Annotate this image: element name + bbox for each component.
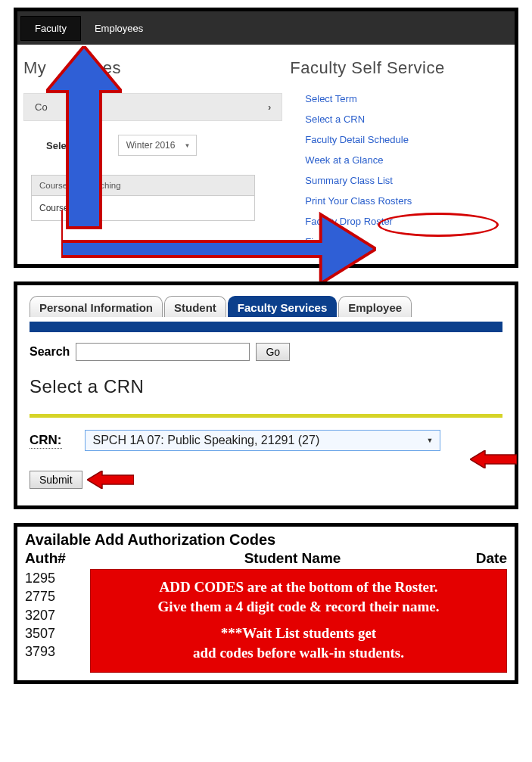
faculty-self-service-panel: Faculty Self Service Select Term Select … [282, 58, 499, 257]
go-button[interactable]: Go [256, 343, 290, 361]
page-title: Select a CRN [30, 376, 502, 397]
nav-tab-employees[interactable]: Employees [81, 15, 157, 42]
nav-tab-faculty[interactable]: Faculty [20, 16, 81, 41]
auth-codes-header-row: Auth# Student Name Date [25, 550, 507, 567]
instruction-callout: ADD CODES are at the bottom of the Roste… [90, 569, 507, 673]
link-print-class-rosters[interactable]: Print Your Class Rosters [305, 195, 499, 207]
banner-tabs: Personal Information Student Faculty Ser… [30, 296, 502, 317]
course-list-expander[interactable]: Co urse List › [23, 93, 282, 121]
top-nav: Faculty Employees [17, 11, 515, 45]
tab-employee[interactable]: Employee [338, 296, 412, 317]
link-final-grades[interactable]: Final Grades [305, 236, 499, 247]
link-select-crn[interactable]: Select a CRN [305, 114, 499, 125]
tab-personal-information[interactable]: Personal Information [30, 296, 163, 317]
col-student-name: Student Name [138, 550, 446, 567]
crn-dropdown[interactable]: SPCH 1A 07: Public Speaking, 21291 (27) [85, 430, 440, 451]
auth-code: 3793 [25, 642, 86, 661]
panel-auth-codes: Available Add Authorization Codes Auth# … [14, 523, 518, 684]
search-label: Search [30, 345, 70, 359]
col-auth: Auth# [25, 550, 138, 567]
annotation-arrow-left-icon [470, 450, 517, 468]
link-select-term[interactable]: Select Term [305, 93, 499, 104]
courses-teaching-header: Courses I'm teaching [31, 175, 255, 196]
link-week-at-a-glance[interactable]: Week at a Glance [305, 154, 499, 166]
panel-select-crn: Personal Information Student Faculty Ser… [14, 281, 518, 509]
my-courses-panel: My Co urses Co urse List › Select Term W… [17, 58, 282, 257]
auth-codes-title: Available Add Authorization Codes [25, 531, 507, 549]
tab-underline [30, 322, 502, 332]
auth-code: 1295 [25, 569, 86, 587]
faculty-self-service-heading: Faculty Self Service [290, 58, 499, 78]
tab-faculty-services[interactable]: Faculty Services [228, 296, 337, 317]
auth-code: 3507 [25, 624, 86, 642]
link-faculty-detail-schedule[interactable]: Faculty Detail Schedule [305, 134, 499, 145]
term-dropdown[interactable]: Winter 2016 [118, 135, 198, 156]
tab-student[interactable]: Student [164, 296, 226, 317]
auth-code: 2775 [25, 587, 86, 605]
search-input[interactable] [76, 343, 250, 361]
link-summary-class-list[interactable]: Summary Class List [305, 175, 499, 186]
my-courses-heading: My Co urses [23, 58, 282, 78]
auth-code: 3207 [25, 606, 86, 624]
svg-marker-2 [87, 471, 134, 489]
select-term-label: Select Term [46, 140, 101, 151]
auth-code-list: 1295 2775 3207 3507 3793 [25, 569, 86, 661]
sort-icon: ◆ [90, 204, 96, 213]
divider [30, 414, 502, 418]
annotation-arrow-left-icon [87, 471, 134, 489]
chevron-right-icon: › [268, 101, 271, 113]
svg-marker-3 [470, 450, 517, 468]
course-title-column-header[interactable]: Course Title ◆ [31, 196, 255, 221]
link-faculty-drop-roster[interactable]: Faculty Drop Roster [305, 216, 499, 227]
submit-button[interactable]: Submit [30, 471, 82, 489]
crn-label: CRN: [30, 433, 62, 449]
col-date: Date [446, 550, 507, 567]
panel-faculty-portal: Faculty Employees My Co urses Co urse Li… [14, 8, 518, 268]
